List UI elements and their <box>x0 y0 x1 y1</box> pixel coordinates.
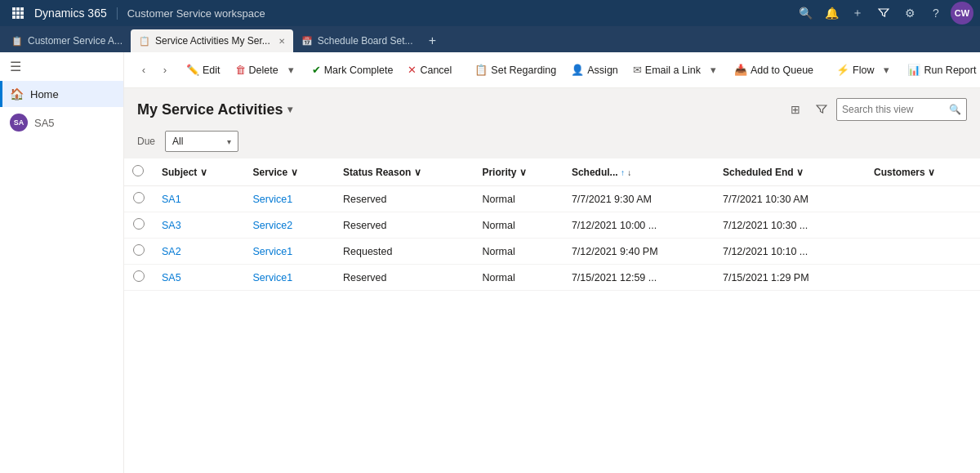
set-regarding-icon: 📋 <box>474 64 488 76</box>
cell-subject: SA3 <box>154 212 244 239</box>
table-row: SA5 Service1 Reserved Normal 7/15/2021 1… <box>124 265 980 291</box>
cell-subject: SA2 <box>154 239 244 265</box>
row-radio[interactable] <box>133 244 145 256</box>
layout-toggle-button[interactable]: ⊞ <box>784 98 807 121</box>
th-sched-start-sort-asc[interactable]: ↑ <box>621 168 625 177</box>
cancel-button[interactable]: ✕ Cancel <box>401 60 458 79</box>
cell-customers <box>866 186 980 212</box>
th-status-sort[interactable]: ∨ <box>414 167 421 178</box>
cell-status-reason: Reserved <box>335 186 474 212</box>
delete-label: Delete <box>249 65 278 76</box>
th-subject-sort[interactable]: ∨ <box>200 167 207 178</box>
th-sched-start-sort-desc[interactable]: ↓ <box>627 168 631 177</box>
svg-rect-3 <box>12 11 16 15</box>
queue-icon: 📥 <box>734 64 747 76</box>
tab-close-button[interactable]: ✕ <box>278 37 285 46</box>
cell-status-reason: Requested <box>335 239 474 265</box>
header-radio[interactable] <box>132 165 144 176</box>
cancel-label: Cancel <box>420 65 452 76</box>
th-scheduled-end[interactable]: Scheduled End ∨ <box>715 158 866 186</box>
flow-chevron[interactable]: ▾ <box>882 60 891 79</box>
avatar[interactable]: CW <box>951 2 973 25</box>
tab-service-activities[interactable]: 📋 Service Activities My Ser... ✕ <box>131 29 293 52</box>
report-icon: 📊 <box>907 64 920 76</box>
view-title: My Service Activities ▾ <box>137 101 292 118</box>
delete-icon: 🗑 <box>235 64 246 76</box>
tab-icon-active: 📋 <box>139 36 150 47</box>
th-status-reason[interactable]: Status Reason ∨ <box>335 158 474 186</box>
add-to-queue-button[interactable]: 📥 Add to Queue <box>728 60 820 79</box>
edit-button[interactable]: ✏️ Edit <box>180 60 227 79</box>
filter-button[interactable] <box>810 98 833 121</box>
search-input[interactable] <box>842 104 949 115</box>
sidebar-item-home[interactable]: 🏠 Home <box>0 81 123 107</box>
search-submit-icon[interactable]: 🔍 <box>949 104 961 115</box>
table-row: SA2 Service1 Requested Normal 7/12/2021 … <box>124 239 980 265</box>
flow-button[interactable]: ⚡ Flow <box>830 60 880 79</box>
row-radio[interactable] <box>133 218 145 230</box>
view-title-chevron[interactable]: ▾ <box>287 104 292 115</box>
subject-link[interactable]: SA1 <box>162 194 181 205</box>
delete-chevron[interactable]: ▾ <box>287 60 296 79</box>
sidebar-toggle[interactable]: ☰ <box>0 52 123 81</box>
th-service[interactable]: Service ∨ <box>244 158 335 186</box>
view-title-text: My Service Activities <box>137 101 283 118</box>
assign-icon: 👤 <box>571 64 584 76</box>
toolbar: ‹ › ✏️ Edit 🗑 Delete ▾ ✔ Mark Complete ✕… <box>124 52 980 88</box>
svg-rect-6 <box>12 16 16 19</box>
row-radio[interactable] <box>133 270 145 282</box>
add-icon[interactable]: ＋ <box>846 2 869 25</box>
th-scheduled-start[interactable]: Schedul... ↑ ↓ <box>564 158 715 186</box>
notifications-icon[interactable]: 🔔 <box>820 2 843 25</box>
mark-complete-button[interactable]: ✔ Mark Complete <box>305 60 400 79</box>
waffle-menu[interactable] <box>7 2 29 25</box>
th-customers-sort[interactable]: ∨ <box>928 167 935 178</box>
due-filter-select[interactable]: All ▾ <box>165 131 238 152</box>
th-customers-label: Customers <box>874 167 925 178</box>
svg-rect-5 <box>20 11 24 15</box>
service-link[interactable]: Service2 <box>252 220 292 231</box>
sidebar-home-label: Home <box>30 88 59 100</box>
th-subject[interactable]: Subject ∨ <box>154 158 244 186</box>
tab-add-button[interactable]: + <box>421 29 444 52</box>
email-chevron[interactable]: ▾ <box>709 60 718 79</box>
service-link[interactable]: Service1 <box>252 272 292 283</box>
service-link[interactable]: Service1 <box>252 194 292 205</box>
cell-service: Service1 <box>244 186 335 212</box>
subject-link[interactable]: SA5 <box>162 272 181 283</box>
add-to-queue-label: Add to Queue <box>751 65 813 76</box>
tab-label: Customer Service A... <box>28 35 122 47</box>
content-area: ‹ › ✏️ Edit 🗑 Delete ▾ ✔ Mark Complete ✕… <box>124 52 980 473</box>
tab-active-label: Service Activities My Ser... <box>155 35 270 47</box>
settings-icon[interactable]: ⚙ <box>898 2 921 25</box>
subject-link[interactable]: SA2 <box>162 246 181 257</box>
svg-rect-0 <box>12 7 16 11</box>
th-service-sort[interactable]: ∨ <box>291 167 298 178</box>
th-sched-end-sort[interactable]: ∨ <box>796 167 804 178</box>
workspace-name: Customer Service workspace <box>117 7 265 20</box>
run-report-button[interactable]: 📊 Run Report <box>901 60 980 79</box>
email-link-button[interactable]: ✉ Email a Link <box>626 60 707 79</box>
th-priority-sort[interactable]: ∨ <box>519 167 527 178</box>
set-regarding-button[interactable]: 📋 Set Regarding <box>468 60 563 79</box>
cell-scheduled-end: 7/12/2021 10:30 ... <box>715 212 866 239</box>
nav-forward-button[interactable]: › <box>155 60 175 80</box>
th-customers[interactable]: Customers ∨ <box>866 158 980 186</box>
row-radio[interactable] <box>133 192 145 203</box>
search-box: 🔍 <box>836 98 967 121</box>
cell-customers <box>866 239 980 265</box>
tab-schedule-board[interactable]: 📅 Schedule Board Set... <box>293 29 421 52</box>
tab-customer-service-a[interactable]: 📋 Customer Service A... <box>3 29 131 52</box>
th-priority[interactable]: Priority ∨ <box>474 158 564 186</box>
search-icon[interactable]: 🔍 <box>794 2 817 25</box>
filter-icon[interactable] <box>872 2 895 25</box>
svg-rect-8 <box>20 16 24 19</box>
service-link[interactable]: Service1 <box>252 246 292 257</box>
help-icon[interactable]: ? <box>924 2 947 25</box>
svg-rect-2 <box>20 7 24 11</box>
row-radio-cell <box>124 239 154 265</box>
subject-link[interactable]: SA3 <box>162 220 181 231</box>
assign-button[interactable]: 👤 Assign <box>564 60 625 79</box>
nav-back-button[interactable]: ‹ <box>134 60 154 80</box>
delete-button[interactable]: 🗑 Delete <box>229 60 285 79</box>
